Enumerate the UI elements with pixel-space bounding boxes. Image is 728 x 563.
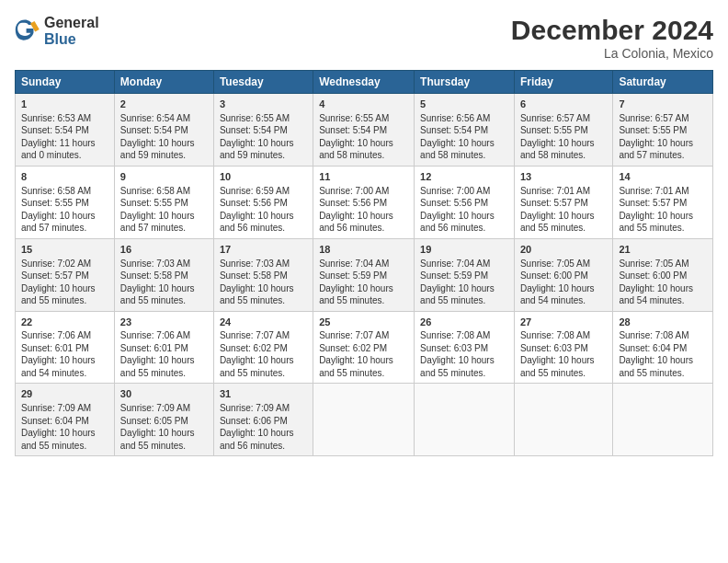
- day-info-line: and 55 minutes.: [120, 294, 208, 307]
- day-info-line: Daylight: 10 hours: [420, 137, 508, 150]
- calendar-cell: 16Sunrise: 7:03 AMSunset: 5:58 PMDayligh…: [114, 238, 213, 311]
- calendar-week-row: 1Sunrise: 6:53 AMSunset: 5:54 PMDaylight…: [16, 94, 713, 167]
- col-thursday: Thursday: [415, 71, 515, 94]
- day-number: 29: [21, 387, 108, 401]
- calendar-header-row: Sunday Monday Tuesday Wednesday Thursday…: [16, 71, 713, 94]
- calendar-cell: 1Sunrise: 6:53 AMSunset: 5:54 PMDaylight…: [16, 94, 115, 167]
- day-info-line: Sunrise: 7:00 AM: [319, 185, 408, 198]
- day-number: 1: [21, 98, 108, 111]
- day-info-line: Daylight: 10 hours: [21, 210, 108, 223]
- day-info-line: and 0 minutes.: [21, 149, 108, 162]
- day-info-line: Sunset: 6:00 PM: [619, 270, 707, 282]
- day-info-line: Sunset: 5:58 PM: [120, 270, 208, 282]
- day-info-line: Sunset: 5:54 PM: [420, 124, 508, 137]
- day-info-line: and 55 minutes.: [319, 294, 408, 307]
- day-number: 4: [319, 98, 408, 111]
- day-info-line: Daylight: 10 hours: [120, 137, 208, 150]
- day-info-line: and 59 minutes.: [120, 149, 208, 162]
- day-info-line: Sunset: 6:00 PM: [520, 270, 607, 282]
- day-info-line: and 56 minutes.: [220, 440, 307, 453]
- day-info-line: Daylight: 10 hours: [21, 354, 108, 367]
- col-wednesday: Wednesday: [313, 71, 415, 94]
- day-info-line: Sunrise: 7:07 AM: [319, 329, 408, 342]
- day-info-line: Daylight: 10 hours: [120, 354, 208, 367]
- day-number: 11: [319, 170, 408, 184]
- day-number: 31: [220, 387, 307, 401]
- day-info-line: Daylight: 10 hours: [220, 354, 307, 367]
- calendar-week-row: 29Sunrise: 7:09 AMSunset: 6:04 PMDayligh…: [16, 384, 713, 456]
- day-number: 5: [420, 98, 508, 111]
- day-info-line: Sunset: 6:04 PM: [619, 342, 707, 355]
- day-info-line: and 54 minutes.: [619, 294, 707, 307]
- page-container: General Blue December 2024 La Colonia, M…: [0, 0, 728, 563]
- day-info-line: Daylight: 10 hours: [520, 137, 607, 150]
- day-info-line: and 54 minutes.: [520, 294, 607, 307]
- day-number: 10: [220, 170, 307, 184]
- calendar-cell: 27Sunrise: 7:08 AMSunset: 6:03 PMDayligh…: [514, 311, 612, 384]
- day-info-line: and 55 minutes.: [220, 367, 307, 380]
- day-info-line: Sunrise: 7:05 AM: [619, 258, 707, 270]
- logo-icon: [15, 18, 40, 44]
- day-info-line: Sunset: 6:03 PM: [420, 342, 508, 355]
- calendar-cell: 22Sunrise: 7:06 AMSunset: 6:01 PMDayligh…: [16, 311, 115, 384]
- day-info-line: Daylight: 10 hours: [220, 282, 307, 295]
- day-info-line: Sunrise: 6:58 AM: [120, 185, 208, 198]
- col-tuesday: Tuesday: [213, 71, 313, 94]
- day-info-line: Sunrise: 6:57 AM: [619, 112, 707, 125]
- day-info-line: and 58 minutes.: [420, 149, 508, 162]
- day-info-line: Daylight: 10 hours: [619, 210, 707, 223]
- day-number: 8: [21, 170, 108, 184]
- day-info-line: Sunset: 6:02 PM: [220, 342, 307, 355]
- day-number: 12: [420, 170, 508, 184]
- day-info-line: Sunset: 5:54 PM: [220, 124, 307, 137]
- day-info-line: Daylight: 10 hours: [619, 282, 707, 295]
- col-monday: Monday: [114, 71, 213, 94]
- day-info-line: and 57 minutes.: [619, 149, 707, 162]
- day-number: 13: [520, 170, 607, 184]
- day-number: 16: [120, 243, 208, 257]
- day-number: 24: [220, 316, 307, 329]
- day-info-line: Sunset: 6:06 PM: [220, 415, 307, 428]
- day-info-line: Sunset: 5:56 PM: [420, 197, 508, 210]
- day-number: 27: [520, 316, 607, 329]
- day-number: 6: [520, 98, 607, 111]
- day-info-line: Daylight: 10 hours: [21, 427, 108, 440]
- day-info-line: Sunset: 5:54 PM: [319, 124, 408, 137]
- day-info-line: Sunrise: 7:09 AM: [120, 402, 208, 415]
- day-info-line: Daylight: 10 hours: [319, 210, 408, 223]
- day-info-line: Sunset: 5:54 PM: [21, 124, 108, 137]
- location: La Colonia, Mexico: [511, 46, 713, 61]
- day-info-line: Daylight: 10 hours: [319, 137, 408, 150]
- day-info-line: Sunrise: 6:57 AM: [520, 112, 607, 125]
- day-info-line: Sunrise: 6:59 AM: [220, 185, 307, 198]
- day-info-line: and 55 minutes.: [21, 440, 108, 453]
- calendar-cell: [613, 384, 713, 456]
- day-info-line: Sunrise: 6:55 AM: [220, 112, 307, 125]
- day-info-line: and 55 minutes.: [520, 222, 607, 235]
- day-info-line: and 55 minutes.: [420, 367, 508, 380]
- day-info-line: and 56 minutes.: [420, 222, 508, 235]
- day-number: 20: [520, 243, 607, 257]
- calendar-cell: 18Sunrise: 7:04 AMSunset: 5:59 PMDayligh…: [313, 238, 415, 311]
- calendar-cell: 6Sunrise: 6:57 AMSunset: 5:55 PMDaylight…: [514, 94, 612, 167]
- day-info-line: Sunrise: 6:54 AM: [120, 112, 208, 125]
- day-number: 28: [619, 316, 707, 329]
- header: General Blue December 2024 La Colonia, M…: [15, 15, 713, 61]
- day-info-line: and 55 minutes.: [21, 294, 108, 307]
- calendar-cell: 20Sunrise: 7:05 AMSunset: 6:00 PMDayligh…: [514, 238, 612, 311]
- day-number: 7: [619, 98, 707, 111]
- day-info-line: and 55 minutes.: [319, 367, 408, 380]
- day-info-line: Sunrise: 6:58 AM: [21, 185, 108, 198]
- day-info-line: Sunrise: 7:08 AM: [420, 329, 508, 342]
- day-info-line: Sunset: 5:55 PM: [21, 197, 108, 210]
- day-info-line: Sunrise: 6:56 AM: [420, 112, 508, 125]
- day-info-line: and 54 minutes.: [21, 367, 108, 380]
- day-info-line: Sunset: 5:59 PM: [420, 270, 508, 282]
- calendar-cell: 31Sunrise: 7:09 AMSunset: 6:06 PMDayligh…: [213, 384, 313, 456]
- calendar-cell: 12Sunrise: 7:00 AMSunset: 5:56 PMDayligh…: [415, 166, 515, 238]
- day-info-line: Sunrise: 7:03 AM: [120, 258, 208, 270]
- day-info-line: Sunset: 5:57 PM: [21, 270, 108, 282]
- calendar-cell: 30Sunrise: 7:09 AMSunset: 6:05 PMDayligh…: [114, 384, 213, 456]
- day-info-line: Sunrise: 6:55 AM: [319, 112, 408, 125]
- day-number: 15: [21, 243, 108, 257]
